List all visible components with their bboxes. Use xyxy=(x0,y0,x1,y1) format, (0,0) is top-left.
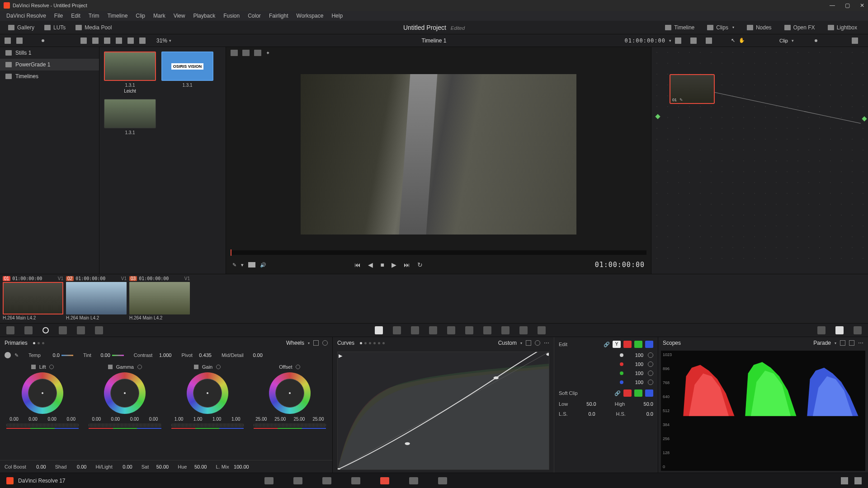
deliver-page-button[interactable] xyxy=(438,477,447,484)
menu-timeline[interactable]: Timeline xyxy=(104,12,131,20)
gallery-button[interactable]: Gallery xyxy=(5,23,38,32)
expand-icon[interactable] xyxy=(840,340,845,346)
color-page-button[interactable] xyxy=(380,477,389,484)
motion-effects-icon[interactable] xyxy=(95,326,103,334)
tracking-icon[interactable] xyxy=(447,326,455,334)
maximize-button[interactable]: ▢ xyxy=(845,2,850,9)
highlight-icon[interactable] xyxy=(254,50,261,56)
nodes-button[interactable]: Nodes xyxy=(743,23,775,32)
curves-mode[interactable]: Custom xyxy=(498,340,517,346)
menu-color[interactable]: Color xyxy=(244,12,264,20)
reset-icon[interactable] xyxy=(535,340,540,346)
node-output[interactable] xyxy=(862,116,867,121)
album-powergrade[interactable]: PowerGrade 1 xyxy=(0,59,99,70)
album-timelines[interactable]: Timelines xyxy=(0,70,99,82)
offset-wheel[interactable] xyxy=(269,372,311,414)
page-dots[interactable] xyxy=(360,342,385,344)
more-icon[interactable] xyxy=(139,38,146,44)
clip-thumb[interactable]: 0201:00:00:00V1 H.264 Main L4.2 xyxy=(66,276,127,321)
image-wipe-icon[interactable] xyxy=(231,50,238,56)
project-settings-icon[interactable] xyxy=(854,477,862,484)
g-softclip-button[interactable] xyxy=(634,389,642,397)
playhead[interactable] xyxy=(231,249,231,256)
offset-jog[interactable] xyxy=(254,423,326,427)
high-value[interactable]: 50.0 xyxy=(644,401,653,407)
auto-balance-icon[interactable] xyxy=(5,352,11,358)
clips-button[interactable]: Clips▾ xyxy=(703,23,738,32)
curves-icon[interactable] xyxy=(375,326,383,334)
menu-fairlight[interactable]: Fairlight xyxy=(265,12,292,20)
menu-clip[interactable]: Clip xyxy=(132,12,149,20)
menu-playback[interactable]: Playback xyxy=(189,12,219,20)
viewer-canvas[interactable] xyxy=(226,59,651,249)
clip-thumb[interactable]: 0101:00:00:00V1 H.264 Main L4.2 xyxy=(3,276,63,321)
cut-page-button[interactable] xyxy=(293,477,302,484)
chevron-down-icon[interactable]: ▾ xyxy=(520,341,522,345)
edit-page-button[interactable] xyxy=(322,477,331,484)
reset-icon[interactable] xyxy=(216,365,221,369)
pointer-tool[interactable]: ↖ xyxy=(731,38,735,43)
contrast-value[interactable]: 1.000 xyxy=(154,352,171,358)
node-link[interactable] xyxy=(715,92,861,124)
color-wheels-icon[interactable] xyxy=(42,327,49,333)
menu-view[interactable]: View xyxy=(170,12,189,20)
minimize-button[interactable]: — xyxy=(830,2,835,9)
scopes-mode[interactable]: Parade xyxy=(813,340,831,346)
picker-icon[interactable] xyxy=(108,365,113,369)
gain-jog[interactable] xyxy=(171,423,244,427)
wheels-mode[interactable]: Wheels xyxy=(286,340,304,346)
home-icon[interactable] xyxy=(841,477,848,484)
curve-handle-icon[interactable]: ▶ xyxy=(339,353,342,359)
hs-value[interactable]: 0.0 xyxy=(646,411,653,417)
b-softclip-button[interactable] xyxy=(645,389,653,397)
info-icon[interactable] xyxy=(127,38,134,44)
blur-icon[interactable] xyxy=(483,326,491,334)
still-thumb[interactable]: OSIRIS VISION 1.3.1 xyxy=(161,52,213,94)
album-stills[interactable]: Stills 1 xyxy=(0,47,99,59)
y-channel-button[interactable]: Y xyxy=(613,341,621,348)
hdr-icon[interactable] xyxy=(59,326,67,334)
menu-workspace[interactable]: Workspace xyxy=(293,12,327,20)
menu-davinci[interactable]: DaVinci Resolve xyxy=(3,12,50,20)
viewer-timecode[interactable]: 01:00:00:00 xyxy=(625,38,665,44)
sat-value[interactable]: 50.00 xyxy=(151,464,169,469)
mid-value[interactable]: 0.00 xyxy=(245,352,263,358)
r-channel-button[interactable] xyxy=(623,341,632,348)
luts-button[interactable]: LUTs xyxy=(41,23,69,32)
expand-icon[interactable] xyxy=(526,340,531,346)
menu-edit[interactable]: Edit xyxy=(67,12,84,20)
media-page-button[interactable] xyxy=(264,477,274,484)
reset-icon[interactable] xyxy=(49,365,54,369)
gamma-jog[interactable] xyxy=(89,423,161,427)
prev-frame-button[interactable]: ◀ xyxy=(368,261,373,268)
more-icon[interactable] xyxy=(852,38,858,44)
shad-value[interactable]: 0.00 xyxy=(68,464,86,469)
eyedropper-icon[interactable]: ✎ xyxy=(232,262,236,268)
qualifier-icon[interactable] xyxy=(411,326,419,334)
stills-save-icon[interactable] xyxy=(16,38,23,44)
r-softclip-button[interactable] xyxy=(623,389,632,397)
b-channel-button[interactable] xyxy=(645,341,653,348)
pivot-value[interactable]: 0.435 xyxy=(194,352,212,358)
scopes-icon[interactable] xyxy=(835,326,844,334)
link-icon[interactable]: 🔗 xyxy=(614,390,621,396)
reset-icon[interactable] xyxy=(648,380,653,385)
lift-jog[interactable] xyxy=(6,423,79,427)
last-frame-button[interactable]: ⏭ xyxy=(404,261,410,268)
more-icon[interactable]: ⋯ xyxy=(858,340,863,346)
reset-icon[interactable] xyxy=(322,340,328,346)
still-label-editing[interactable]: Leicht xyxy=(104,89,156,94)
3d-icon[interactable] xyxy=(538,326,546,334)
g-channel-button[interactable] xyxy=(634,341,642,348)
transport-timecode[interactable]: 01:00:00:00 xyxy=(595,261,645,269)
settings-icon[interactable] xyxy=(849,340,854,346)
window-icon[interactable] xyxy=(429,326,437,334)
search-icon[interactable] xyxy=(116,38,122,44)
expand-icon[interactable] xyxy=(690,38,697,44)
loop-button[interactable]: ↻ xyxy=(417,261,423,268)
mediapool-button[interactable]: Media Pool xyxy=(72,23,115,32)
hue-value[interactable]: 50.00 xyxy=(189,464,207,469)
expand-icon[interactable] xyxy=(313,340,319,346)
sort-icon[interactable] xyxy=(80,38,87,44)
chevron-down-icon[interactable]: ▾ xyxy=(308,341,310,345)
